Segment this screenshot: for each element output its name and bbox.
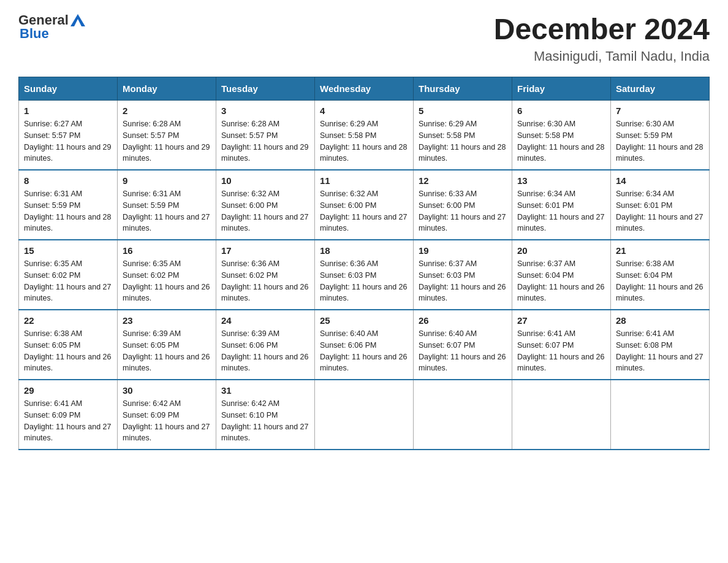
day-cell-21: 21 Sunrise: 6:38 AM Sunset: 6:04 PM Dayl… [611,240,710,310]
day-number: 3 [221,105,309,116]
day-cell-24: 24 Sunrise: 6:39 AM Sunset: 6:06 PM Dayl… [216,310,315,380]
day-number: 29 [24,385,112,396]
day-number: 6 [517,105,605,116]
day-info: Sunrise: 6:30 AM Sunset: 5:59 PM Dayligh… [616,118,704,164]
day-number: 13 [517,175,605,186]
day-info: Sunrise: 6:32 AM Sunset: 6:00 PM Dayligh… [221,188,309,234]
day-cell-5: 5 Sunrise: 6:29 AM Sunset: 5:58 PM Dayli… [414,101,512,170]
empty-cell [315,380,414,450]
day-cell-9: 9 Sunrise: 6:31 AM Sunset: 5:59 PM Dayli… [118,170,216,240]
logo: General Blue [18,12,85,42]
day-cell-20: 20 Sunrise: 6:37 AM Sunset: 6:04 PM Dayl… [512,240,611,310]
day-number: 16 [123,245,211,256]
day-info: Sunrise: 6:36 AM Sunset: 6:02 PM Dayligh… [221,258,309,304]
empty-cell [611,380,710,450]
day-cell-26: 26 Sunrise: 6:40 AM Sunset: 6:07 PM Dayl… [414,310,512,380]
day-cell-30: 30 Sunrise: 6:42 AM Sunset: 6:09 PM Dayl… [118,380,216,450]
day-cell-29: 29 Sunrise: 6:41 AM Sunset: 6:09 PM Dayl… [19,380,118,450]
day-number: 31 [221,385,309,396]
col-header-saturday: Saturday [611,77,710,101]
day-cell-19: 19 Sunrise: 6:37 AM Sunset: 6:03 PM Dayl… [414,240,512,310]
day-cell-25: 25 Sunrise: 6:40 AM Sunset: 6:06 PM Dayl… [315,310,414,380]
day-info: Sunrise: 6:29 AM Sunset: 5:58 PM Dayligh… [320,118,408,164]
day-cell-4: 4 Sunrise: 6:29 AM Sunset: 5:58 PM Dayli… [315,101,414,170]
day-number: 24 [221,315,309,326]
week-row-3: 15 Sunrise: 6:35 AM Sunset: 6:02 PM Dayl… [19,240,710,310]
day-number: 11 [320,175,408,186]
day-info: Sunrise: 6:33 AM Sunset: 6:00 PM Dayligh… [419,188,507,234]
day-number: 8 [24,175,112,186]
day-info: Sunrise: 6:39 AM Sunset: 6:06 PM Dayligh… [221,328,309,374]
day-cell-27: 27 Sunrise: 6:41 AM Sunset: 6:07 PM Dayl… [512,310,611,380]
day-info: Sunrise: 6:42 AM Sunset: 6:09 PM Dayligh… [123,398,211,444]
day-cell-14: 14 Sunrise: 6:34 AM Sunset: 6:01 PM Dayl… [611,170,710,240]
week-row-2: 8 Sunrise: 6:31 AM Sunset: 5:59 PM Dayli… [19,170,710,240]
day-info: Sunrise: 6:39 AM Sunset: 6:05 PM Dayligh… [123,328,211,374]
day-info: Sunrise: 6:37 AM Sunset: 6:03 PM Dayligh… [419,258,507,304]
day-info: Sunrise: 6:28 AM Sunset: 5:57 PM Dayligh… [123,118,211,164]
title-area: December 2024 Masinigudi, Tamil Nadu, In… [494,12,710,64]
day-cell-28: 28 Sunrise: 6:41 AM Sunset: 6:08 PM Dayl… [611,310,710,380]
empty-cell [414,380,512,450]
day-info: Sunrise: 6:34 AM Sunset: 6:01 PM Dayligh… [616,188,704,234]
day-info: Sunrise: 6:28 AM Sunset: 5:57 PM Dayligh… [221,118,309,164]
day-info: Sunrise: 6:38 AM Sunset: 6:04 PM Dayligh… [616,258,704,304]
day-number: 26 [419,315,507,326]
month-title: December 2024 [494,12,710,46]
day-number: 28 [616,315,704,326]
day-info: Sunrise: 6:40 AM Sunset: 6:07 PM Dayligh… [419,328,507,374]
day-number: 1 [24,105,112,116]
calendar-table: SundayMondayTuesdayWednesdayThursdayFrid… [18,77,710,450]
week-row-1: 1 Sunrise: 6:27 AM Sunset: 5:57 PM Dayli… [19,101,710,170]
day-cell-8: 8 Sunrise: 6:31 AM Sunset: 5:59 PM Dayli… [19,170,118,240]
day-cell-1: 1 Sunrise: 6:27 AM Sunset: 5:57 PM Dayli… [19,101,118,170]
day-number: 10 [221,175,309,186]
day-cell-15: 15 Sunrise: 6:35 AM Sunset: 6:02 PM Dayl… [19,240,118,310]
day-number: 22 [24,315,112,326]
day-number: 12 [419,175,507,186]
day-cell-23: 23 Sunrise: 6:39 AM Sunset: 6:05 PM Dayl… [118,310,216,380]
day-info: Sunrise: 6:27 AM Sunset: 5:57 PM Dayligh… [24,118,112,164]
day-info: Sunrise: 6:38 AM Sunset: 6:05 PM Dayligh… [24,328,112,374]
day-info: Sunrise: 6:29 AM Sunset: 5:58 PM Dayligh… [419,118,507,164]
day-number: 7 [616,105,704,116]
day-info: Sunrise: 6:41 AM Sunset: 6:07 PM Dayligh… [517,328,605,374]
day-number: 17 [221,245,309,256]
day-info: Sunrise: 6:41 AM Sunset: 6:08 PM Dayligh… [616,328,704,374]
col-header-sunday: Sunday [19,77,118,101]
day-info: Sunrise: 6:31 AM Sunset: 5:59 PM Dayligh… [24,188,112,234]
header: General Blue December 2024 Masinigudi, T… [18,12,710,64]
location-title: Masinigudi, Tamil Nadu, India [494,48,710,64]
day-info: Sunrise: 6:37 AM Sunset: 6:04 PM Dayligh… [517,258,605,304]
day-info: Sunrise: 6:31 AM Sunset: 5:59 PM Dayligh… [123,188,211,234]
day-cell-11: 11 Sunrise: 6:32 AM Sunset: 6:00 PM Dayl… [315,170,414,240]
col-header-friday: Friday [512,77,611,101]
day-info: Sunrise: 6:35 AM Sunset: 6:02 PM Dayligh… [24,258,112,304]
day-cell-18: 18 Sunrise: 6:36 AM Sunset: 6:03 PM Dayl… [315,240,414,310]
day-info: Sunrise: 6:40 AM Sunset: 6:06 PM Dayligh… [320,328,408,374]
day-number: 25 [320,315,408,326]
col-header-monday: Monday [118,77,216,101]
week-row-4: 22 Sunrise: 6:38 AM Sunset: 6:05 PM Dayl… [19,310,710,380]
day-number: 19 [419,245,507,256]
day-number: 27 [517,315,605,326]
day-info: Sunrise: 6:42 AM Sunset: 6:10 PM Dayligh… [221,398,309,444]
day-info: Sunrise: 6:41 AM Sunset: 6:09 PM Dayligh… [24,398,112,444]
logo-triangle-icon [70,13,85,26]
day-number: 15 [24,245,112,256]
day-info: Sunrise: 6:34 AM Sunset: 6:01 PM Dayligh… [517,188,605,234]
day-cell-2: 2 Sunrise: 6:28 AM Sunset: 5:57 PM Dayli… [118,101,216,170]
week-row-5: 29 Sunrise: 6:41 AM Sunset: 6:09 PM Dayl… [19,380,710,450]
day-cell-6: 6 Sunrise: 6:30 AM Sunset: 5:58 PM Dayli… [512,101,611,170]
day-number: 21 [616,245,704,256]
day-cell-7: 7 Sunrise: 6:30 AM Sunset: 5:59 PM Dayli… [611,101,710,170]
day-info: Sunrise: 6:32 AM Sunset: 6:00 PM Dayligh… [320,188,408,234]
day-number: 5 [419,105,507,116]
day-number: 18 [320,245,408,256]
day-cell-31: 31 Sunrise: 6:42 AM Sunset: 6:10 PM Dayl… [216,380,315,450]
day-number: 30 [123,385,211,396]
day-number: 4 [320,105,408,116]
day-cell-22: 22 Sunrise: 6:38 AM Sunset: 6:05 PM Dayl… [19,310,118,380]
day-info: Sunrise: 6:35 AM Sunset: 6:02 PM Dayligh… [123,258,211,304]
day-number: 2 [123,105,211,116]
